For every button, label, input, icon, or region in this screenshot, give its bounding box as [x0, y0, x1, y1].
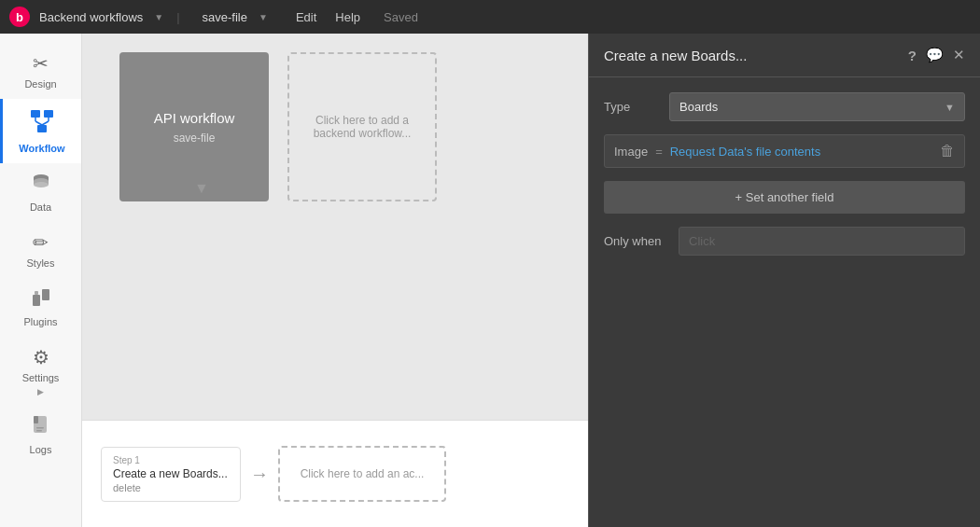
svg-rect-18: [36, 430, 42, 432]
settings-expand-arrow: ▶: [37, 387, 44, 396]
type-value: Boards: [679, 100, 718, 114]
sidebar-label-data: Data: [30, 201, 51, 213]
help-icon[interactable]: ?: [908, 48, 917, 63]
sidebar-label-styles: Styles: [27, 257, 55, 269]
data-icon: [31, 173, 51, 198]
svg-rect-17: [36, 427, 44, 429]
only-when-placeholder: Click: [689, 234, 715, 248]
modal-panel: Create a new Boards... ? 💬 ✕ Type Boards…: [588, 34, 980, 527]
canvas-down-arrow: ▼: [192, 180, 211, 197]
sidebar-item-data[interactable]: Data: [0, 163, 81, 222]
only-when-input[interactable]: Click: [679, 227, 965, 256]
main-layout: ✂ Design Workflow Data: [0, 34, 980, 527]
modal-action-icons: ? 💬 ✕: [908, 47, 965, 63]
svg-rect-2: [37, 125, 47, 132]
sidebar-label-settings: Settings: [22, 372, 60, 383]
only-when-row: Only when Click: [604, 227, 965, 256]
nav-edit[interactable]: Edit: [296, 10, 316, 24]
top-nav: Edit Help Saved: [296, 10, 418, 24]
svg-rect-14: [35, 291, 38, 295]
add-field-button[interactable]: + Set another field: [604, 181, 965, 214]
app-dropdown-arrow[interactable]: ▼: [154, 12, 163, 22]
svg-line-5: [35, 121, 42, 125]
nav-help[interactable]: Help: [335, 10, 360, 24]
workflow-file-name: save-file: [203, 10, 247, 24]
sidebar-item-plugins[interactable]: Plugins: [0, 278, 81, 337]
sidebar-label-logs: Logs: [30, 444, 52, 455]
svg-rect-16: [34, 416, 38, 423]
modal-title: Create a new Boards...: [604, 48, 747, 63]
api-workflow-block[interactable]: API workflow save-file: [119, 52, 269, 201]
logs-icon: [32, 415, 50, 440]
type-select[interactable]: Boards ▼: [669, 92, 965, 121]
step-arrow: →: [250, 464, 269, 485]
step-1-name: Create a new Boards...: [113, 467, 229, 480]
sidebar-item-design[interactable]: ✂ Design: [0, 43, 81, 99]
topbar: b Backend workflows ▼ | save-file ▼ Edit…: [0, 0, 980, 34]
type-field-row: Type Boards ▼: [604, 92, 965, 121]
image-eq: =: [655, 145, 663, 159]
add-action-text: Click here to add an ac...: [301, 467, 425, 480]
close-icon[interactable]: ✕: [953, 47, 965, 63]
image-label: Image: [614, 145, 648, 159]
only-when-label: Only when: [604, 234, 669, 248]
add-action-block[interactable]: Click here to add an ac...: [278, 446, 446, 502]
plugins-icon: [31, 287, 51, 312]
svg-rect-13: [42, 289, 49, 300]
modal-body: Type Boards ▼ Image = Request Data's fil…: [589, 77, 980, 284]
app-name: Backend workflows: [39, 10, 143, 24]
workflow-dropdown-arrow[interactable]: ▼: [259, 12, 268, 22]
step-1-card[interactable]: Step 1 Create a new Boards... delete: [101, 447, 241, 502]
svg-rect-0: [31, 110, 40, 118]
api-workflow-subtitle: save-file: [174, 132, 216, 145]
image-value[interactable]: Request Data's file contents: [670, 145, 932, 159]
sidebar-label-workflow: Workflow: [19, 143, 64, 154]
sidebar-label-plugins: Plugins: [23, 316, 57, 327]
modal-header: Create a new Boards... ? 💬 ✕: [589, 34, 980, 77]
step-1-label: Step 1: [113, 455, 229, 465]
sidebar-item-workflow[interactable]: Workflow: [0, 99, 81, 163]
image-delete-icon[interactable]: 🗑: [940, 143, 955, 159]
design-icon: ✂: [33, 52, 49, 75]
workflow-icon: [29, 108, 55, 139]
image-field-row: Image = Request Data's file contents 🗑: [604, 134, 965, 168]
app-logo: b: [9, 7, 30, 27]
chat-icon[interactable]: 💬: [926, 47, 944, 63]
sidebar: ✂ Design Workflow Data: [0, 34, 82, 527]
content-area: API workflow save-file Click here to add…: [82, 34, 980, 527]
sidebar-item-logs[interactable]: Logs: [0, 406, 81, 465]
sidebar-label-design: Design: [24, 78, 56, 90]
sidebar-item-styles[interactable]: ✏ Styles: [0, 222, 81, 278]
svg-line-6: [42, 121, 49, 125]
styles-icon: ✏: [33, 231, 49, 254]
save-status: Saved: [384, 10, 418, 24]
sidebar-item-settings[interactable]: ⚙ Settings ▶: [0, 337, 81, 406]
svg-point-11: [34, 182, 49, 187]
add-workflow-text: Click here to add a backend workflow...: [299, 114, 426, 140]
api-workflow-title: API workflow: [154, 110, 235, 126]
type-dropdown-arrow: ▼: [945, 102, 955, 113]
add-workflow-block[interactable]: Click here to add a backend workflow...: [287, 52, 437, 201]
svg-rect-12: [33, 295, 40, 306]
type-label: Type: [604, 100, 660, 114]
settings-icon: ⚙: [33, 346, 49, 368]
step-1-delete[interactable]: delete: [113, 482, 229, 493]
svg-rect-1: [44, 110, 53, 118]
